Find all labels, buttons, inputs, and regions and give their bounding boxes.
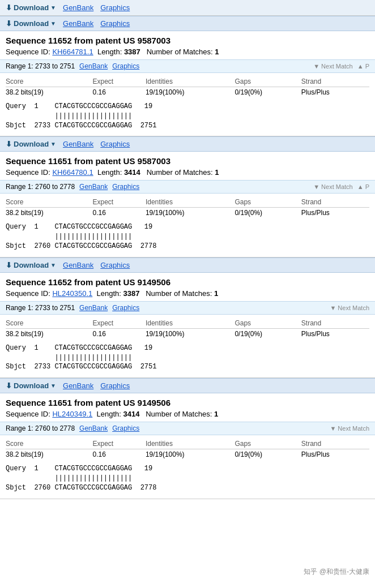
score-value: 19/19(100%) <box>146 328 235 339</box>
genbank-link-3[interactable]: GenBank <box>63 261 93 269</box>
range-right-3: ▼ Next Match <box>330 304 369 311</box>
range-genbank-link-2[interactable]: GenBank <box>79 183 108 191</box>
genbank-link-1[interactable]: GenBank <box>63 19 93 28</box>
score-table-wrap-1: ScoreExpectIdentitiesGapsStrand38.2 bits… <box>0 73 375 100</box>
graphics-link-header-2[interactable]: Graphics <box>100 140 130 148</box>
score-header: Identities <box>146 197 235 208</box>
seq-id-link-3[interactable]: HL240350.1 <box>52 289 92 298</box>
alignment-line: Query 1 CTACGTGCCCGCCGAGGAG 19 <box>6 344 369 353</box>
top-genbank-link[interactable]: GenBank <box>63 3 93 12</box>
top-graphics-link[interactable]: Graphics <box>100 3 130 12</box>
next-match-4[interactable]: ▼ Next Match <box>330 425 369 432</box>
alignment-line: ||||||||||||||||||| <box>6 232 369 242</box>
prev-match-1[interactable]: ▲ P <box>357 63 369 70</box>
download-button-3[interactable]: ⬇ Download ▼ <box>6 261 56 269</box>
next-match-3[interactable]: ▼ Next Match <box>330 304 369 311</box>
alignment-line: Sbjct 2760 CTACGTGCCCGCCGAGGAG 2778 <box>6 242 369 251</box>
score-table-wrap-4: ScoreExpectIdentitiesGapsStrand38.2 bits… <box>0 435 375 462</box>
alignment-line: ||||||||||||||||||| <box>6 474 369 483</box>
range-genbank-link-3[interactable]: GenBank <box>79 304 108 312</box>
genbank-link-4[interactable]: GenBank <box>63 381 93 390</box>
range-graphics-link-4[interactable]: Graphics <box>112 424 139 432</box>
top-download-button[interactable]: ⬇ Download ▼ <box>6 3 56 12</box>
score-header: Expect <box>92 197 145 208</box>
result-block-1: ⬇ Download ▼GenBankGraphicsSequence 1165… <box>0 16 375 136</box>
next-match-2[interactable]: ▼ Next Match <box>313 183 353 190</box>
alignment-line: ||||||||||||||||||| <box>6 353 369 363</box>
result-subtitle-2: Sequence ID: KH664780.1 Length: 3414 Num… <box>0 167 375 180</box>
score-header: Strand <box>301 439 369 449</box>
score-value: Plus/Plus <box>301 449 369 460</box>
download-icon: ⬇ <box>6 381 12 390</box>
score-value: 0.16 <box>92 208 145 218</box>
range-graphics-link-2[interactable]: Graphics <box>112 183 139 191</box>
score-value: 38.2 bits(19) <box>6 328 92 339</box>
score-value: 38.2 bits(19) <box>6 449 92 460</box>
range-graphics-link-1[interactable]: Graphics <box>112 62 139 70</box>
chevron-down-icon: ▼ <box>50 262 56 268</box>
score-table-1: ScoreExpectIdentitiesGapsStrand38.2 bits… <box>6 76 369 97</box>
chevron-down-icon: ▼ <box>50 20 56 27</box>
prev-match-2[interactable]: ▲ P <box>357 183 369 190</box>
score-header: Gaps <box>235 318 301 329</box>
score-value: 38.2 bits(19) <box>6 208 92 218</box>
graphics-link-header-3[interactable]: Graphics <box>100 261 130 269</box>
alignment-line: Query 1 CTACGTGCCCGCCGAGGAG 19 <box>6 464 369 474</box>
score-header: Expect <box>92 318 145 329</box>
score-table-wrap-2: ScoreExpectIdentitiesGapsStrand38.2 bits… <box>0 194 375 220</box>
result-subtitle-3: Sequence ID: HL240350.1 Length: 3387 Num… <box>0 288 375 301</box>
result-block-2: ⬇ Download ▼GenBankGraphicsSequence 1165… <box>0 136 375 257</box>
range-row-4: Range 1: 2760 to 2778GenBankGraphics▼ Ne… <box>0 422 375 435</box>
score-header: Gaps <box>235 197 301 208</box>
score-header: Strand <box>301 197 369 208</box>
score-header: Identities <box>146 76 235 87</box>
range-label-1: Range 1: 2733 to 2751 <box>6 62 75 70</box>
range-genbank-link-4[interactable]: GenBank <box>79 424 108 432</box>
result-header-3: ⬇ Download ▼GenBankGraphics <box>0 257 375 273</box>
next-match-1[interactable]: ▼ Next Match <box>313 63 353 70</box>
range-row-3: Range 1: 2733 to 2751GenBankGraphics▼ Ne… <box>0 301 375 315</box>
download-button-4[interactable]: ⬇ Download ▼ <box>6 381 56 390</box>
graphics-link-header-1[interactable]: Graphics <box>100 19 130 28</box>
result-subtitle-4: Sequence ID: HL240349.1 Length: 3414 Num… <box>0 409 375 422</box>
range-left-4: Range 1: 2760 to 2778GenBankGraphics <box>6 424 139 432</box>
score-table-4: ScoreExpectIdentitiesGapsStrand38.2 bits… <box>6 439 369 460</box>
alignment-line: Query 1 CTACGTGCCCGCCGAGGAG 19 <box>6 102 369 111</box>
score-value: 19/19(100%) <box>146 208 235 218</box>
range-right-2: ▼ Next Match▲ P <box>313 183 369 190</box>
download-icon: ⬇ <box>6 261 12 269</box>
score-header: Expect <box>92 76 145 87</box>
range-graphics-link-3[interactable]: Graphics <box>112 304 139 312</box>
score-table-3: ScoreExpectIdentitiesGapsStrand38.2 bits… <box>6 318 369 339</box>
result-block-3: ⬇ Download ▼GenBankGraphicsSequence 1165… <box>0 257 375 378</box>
score-table-wrap-3: ScoreExpectIdentitiesGapsStrand38.2 bits… <box>0 315 375 341</box>
chevron-down-icon: ▼ <box>50 5 56 11</box>
score-header: Score <box>6 439 92 449</box>
range-row-2: Range 1: 2760 to 2778GenBankGraphics▼ Ne… <box>0 180 375 194</box>
range-label-4: Range 1: 2760 to 2778 <box>6 424 75 432</box>
range-genbank-link-1[interactable]: GenBank <box>79 62 108 70</box>
score-header: Gaps <box>235 76 301 87</box>
range-left-2: Range 1: 2760 to 2778GenBankGraphics <box>6 183 139 191</box>
download-button-2[interactable]: ⬇ Download ▼ <box>6 140 56 148</box>
top-bar: ⬇ Download ▼ GenBank Graphics <box>0 0 375 16</box>
range-row-1: Range 1: 2733 to 2751GenBankGraphics▼ Ne… <box>0 59 375 73</box>
score-value: 0/19(0%) <box>235 328 301 339</box>
seq-id-link-2[interactable]: KH664780.1 <box>52 168 93 177</box>
score-value: Plus/Plus <box>301 208 369 218</box>
result-header-4: ⬇ Download ▼GenBankGraphics <box>0 378 375 393</box>
alignment-block-1: Query 1 CTACGTGCCCGCCGAGGAG 19 |||||||||… <box>0 100 375 136</box>
score-value: 0/19(0%) <box>235 87 301 98</box>
alignment-line: ||||||||||||||||||| <box>6 111 369 121</box>
score-value: 38.2 bits(19) <box>6 87 92 98</box>
download-button-1[interactable]: ⬇ Download ▼ <box>6 19 56 28</box>
score-header: Score <box>6 197 92 208</box>
top-download-label: Download <box>14 3 49 12</box>
graphics-link-header-4[interactable]: Graphics <box>100 381 130 390</box>
genbank-link-2[interactable]: GenBank <box>63 140 93 148</box>
seq-id-link-4[interactable]: HL240349.1 <box>52 410 92 418</box>
alignment-line: Sbjct 2733 CTACGTGCCCGCCGAGGAG 2751 <box>6 362 369 372</box>
range-right-1: ▼ Next Match▲ P <box>313 63 369 70</box>
seq-id-link-1[interactable]: KH664781.1 <box>52 48 93 56</box>
range-label-3: Range 1: 2733 to 2751 <box>6 304 75 312</box>
